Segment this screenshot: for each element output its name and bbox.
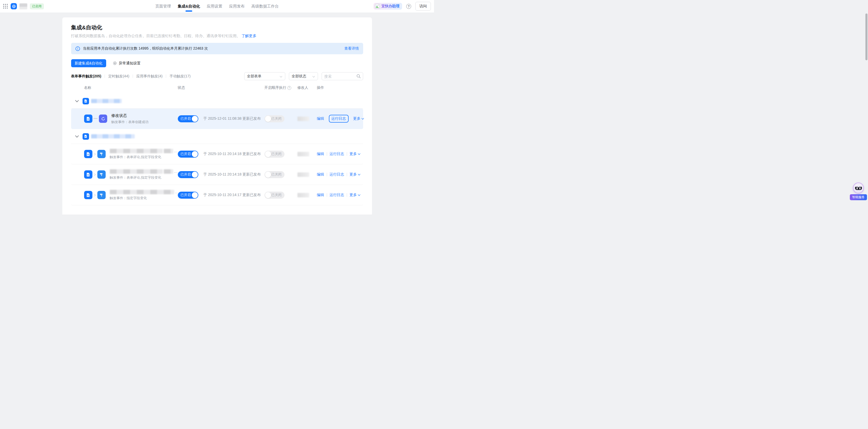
nav-tab-advanced-data-workbench[interactable]: 高级数据工作台 (251, 0, 279, 12)
status-toggle-on[interactable]: 已开启 (178, 151, 198, 158)
form-group-row[interactable] (71, 94, 363, 109)
nav-tab-app-settings[interactable]: 应用设置 (207, 0, 222, 12)
automation-row: .. 触发事件：指定字段变化 已开启 于 2025-10-11 20:14:17… (71, 185, 363, 206)
col-status: 状态 (178, 86, 265, 90)
learn-more-link[interactable]: 了解更多 (241, 34, 256, 38)
view-details-link[interactable]: 查看详情 (344, 46, 359, 51)
col-name: 名称 (84, 86, 178, 90)
nav-tab-app-publish[interactable]: 应用发布 (229, 0, 245, 12)
chevron-down-icon (280, 74, 282, 79)
col-sequential-exec: 开启顺序执行 ? (265, 86, 298, 90)
tab-timed-trigger[interactable]: 定时触发(44) (108, 74, 129, 79)
dingtalk-wing-icon (97, 171, 106, 179)
trigger-tabs-row: 表单事件触发(205) 定时触发(44) 应用事件触发(4) 手动触发(17) … (71, 72, 363, 80)
broken-image-icon (375, 4, 380, 8)
table-header: 名称 状态 开启顺序执行 ? 修改人 操作 (71, 82, 363, 94)
app-grid-icon[interactable] (3, 4, 8, 9)
edit-link[interactable]: 编辑 (317, 172, 324, 177)
chevron-right-icon (94, 194, 96, 196)
expand-chevron-icon[interactable] (75, 99, 79, 103)
automation-title-redacted (110, 190, 175, 194)
update-time-text: 于 2025-10-11 20:14:18 更新已发布 (204, 152, 261, 156)
form-doc-icon (83, 133, 89, 140)
sequential-toggle-off[interactable]: 已关闭 (265, 151, 284, 158)
status-toggle-on[interactable]: 已开启 (178, 115, 198, 122)
form-doc-icon (83, 98, 89, 104)
status-toggle-on[interactable]: 已开启 (178, 192, 198, 198)
modifier-redacted (298, 117, 309, 121)
chevron-right-icon (94, 173, 96, 176)
automation-row: ... 触发事件：表单评论,指定字段变化 已开启 于 2025-10-11 20… (71, 144, 363, 164)
automation-title-redacted (110, 169, 163, 174)
content-card: 集成&自动化 打破系统间数据孤岛，自动化处理办公任务。目前已连接钉钉考勤、日程、… (62, 18, 372, 214)
more-link[interactable]: 更多 (350, 193, 361, 197)
modifier-redacted (298, 152, 309, 156)
create-automation-button[interactable]: 新建集成&自动化 (71, 59, 106, 67)
sequential-toggle-off[interactable]: 已关闭 (265, 171, 284, 178)
edit-link[interactable]: 编辑 (317, 152, 324, 156)
app-logo-globe-icon[interactable] (11, 3, 17, 9)
expand-chevron-icon[interactable] (75, 134, 79, 139)
run-log-link-focused[interactable]: 运行日志 (329, 115, 349, 123)
form-group-row[interactable] (71, 129, 363, 144)
assistant-entry-button[interactable]: 宜快办助理 (374, 3, 402, 10)
automation-title[interactable]: 修改状态 (111, 113, 149, 118)
stats-banner: 当前应用本月自动化累计执行次数 14995，组织自动化本月累计执行 22463 … (71, 43, 363, 54)
run-log-link[interactable]: 运行日志 (330, 152, 344, 156)
tab-manual-trigger[interactable]: 手动触发(17) (169, 74, 190, 79)
trigger-event-text: 触发事件：表单评论,指定字段变化 (110, 155, 178, 159)
form-name-redacted (91, 99, 122, 103)
chevron-down-icon (312, 74, 315, 79)
more-link[interactable]: 更多 (353, 116, 365, 121)
visit-button[interactable]: 访问 (415, 2, 431, 11)
sequential-toggle-off[interactable]: 已关闭 (265, 192, 284, 198)
toggle-knob (192, 116, 198, 122)
trigger-event-text: 触发事件：表单评论,指定字段变化 (110, 175, 178, 180)
active-tab-indicator (186, 10, 192, 12)
more-link[interactable]: 更多 (350, 172, 361, 177)
topbar: 已启用 页面管理 集成&自动化 应用设置 应用发布 高级数据工作台 宜快办助理 … (0, 0, 434, 12)
edit-link[interactable]: 编辑 (317, 193, 324, 197)
tab-form-event-trigger[interactable]: 表单事件触发(205) (71, 74, 101, 79)
form-doc-icon (84, 150, 92, 158)
toggle-knob (265, 192, 271, 198)
toggle-knob (265, 151, 271, 157)
search-icon (356, 74, 361, 79)
automation-title-redacted (110, 149, 163, 153)
modifier-redacted (298, 193, 309, 197)
nav-tab-integration-automation[interactable]: 集成&自动化 (178, 0, 200, 12)
stats-text: 当前应用本月自动化累计执行次数 14995，组织自动化本月累计执行 22463 … (83, 46, 208, 51)
more-link[interactable]: 更多 (350, 152, 361, 156)
run-log-link[interactable]: 运行日志 (330, 172, 344, 177)
trigger-event-text: 触发事件：指定字段变化 (110, 196, 178, 201)
status-toggle-on[interactable]: 已开启 (178, 171, 198, 178)
page-subtitle: 打破系统间数据孤岛，自动化处理办公任务。目前已连接钉钉考勤、日程、待办、通讯录等… (71, 33, 363, 38)
tab-app-event-trigger[interactable]: 应用事件触发(4) (136, 74, 162, 79)
info-icon (75, 46, 80, 51)
main-nav: 页面管理 集成&自动化 应用设置 应用发布 高级数据工作台 (155, 0, 279, 12)
update-time-text: 于 2025-10-11 20:14:17 更新已发布 (204, 193, 261, 197)
question-icon[interactable]: ? (287, 86, 291, 90)
col-modifier: 修改人 (298, 86, 317, 90)
status-filter-select[interactable]: 全部状态 (289, 72, 318, 80)
app-name-redacted (20, 3, 27, 9)
automation-row: ••• 修改状态 触发事件：表单创建成功 已开启 于 2025-12-01 11… (71, 109, 363, 129)
run-log-link[interactable]: 运行日志 (330, 193, 344, 197)
chevron-down-icon (358, 174, 361, 176)
chevron-down-icon (358, 153, 361, 155)
automation-row: ... 触发事件：表单评论,指定字段变化 已开启 于 2025-10-11 20… (71, 164, 363, 185)
page-title: 集成&自动化 (71, 24, 363, 31)
edit-link[interactable]: 编辑 (317, 116, 324, 121)
sequential-toggle-off[interactable]: 已关闭 (265, 115, 284, 122)
form-filter-select[interactable]: 全部表单 (244, 72, 285, 80)
exception-notify-settings-button[interactable]: 异常通知设置 (113, 61, 141, 66)
toolbar: 新建集成&自动化 异常通知设置 (71, 59, 363, 67)
sync-action-icon (99, 115, 107, 123)
update-time-text: 于 2025-10-11 20:14:18 更新已发布 (204, 172, 261, 177)
toggle-knob (192, 192, 198, 198)
chevron-down-icon (358, 194, 361, 196)
nav-tab-page-manage[interactable]: 页面管理 (155, 0, 171, 12)
help-icon[interactable]: ? (406, 4, 411, 9)
chevron-right-icon (94, 153, 96, 156)
ellipsis-icon: ••• (94, 117, 98, 121)
